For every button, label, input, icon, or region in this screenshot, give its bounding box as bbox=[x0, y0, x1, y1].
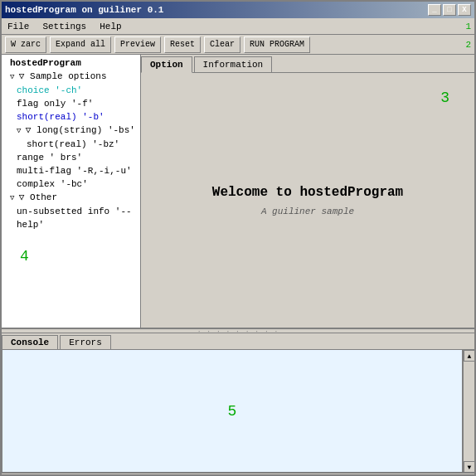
tab-option[interactable]: Option bbox=[141, 56, 192, 73]
clear-button[interactable]: Clear bbox=[204, 36, 240, 53]
tree-item-un-subsetted[interactable]: un-subsetted info '--help' bbox=[3, 205, 138, 231]
minimize-button[interactable]: _ bbox=[428, 4, 441, 16]
welcome-title: Welcome to hostedProgram bbox=[212, 185, 403, 200]
console-number: 5 bbox=[228, 403, 237, 420]
tree-item-multi-flag[interactable]: multi-flag '-R,-i,-u' bbox=[3, 164, 138, 177]
title-bar: hostedProgram on guiliner 0.1 _ □ X bbox=[2, 2, 474, 18]
tab-information[interactable]: Information bbox=[194, 56, 273, 72]
tree-item-range[interactable]: range ' brs' bbox=[3, 151, 138, 164]
scroll-down-button[interactable]: ▼ bbox=[464, 461, 475, 473]
tabs: Option Information bbox=[141, 55, 474, 73]
console-scrollbar: ▲ ▼ bbox=[463, 350, 474, 473]
console-tabs: Console Errors bbox=[2, 333, 474, 350]
menu-settings[interactable]: Settings bbox=[40, 21, 89, 32]
preview-button[interactable]: Preview bbox=[114, 36, 161, 53]
console-content: 5 bbox=[2, 350, 463, 473]
title-bar-buttons: _ □ X bbox=[428, 4, 471, 16]
tree-item-short-real-bz[interactable]: short(real) '-bz' bbox=[3, 138, 138, 151]
tree-item-flag-only[interactable]: flag only '-f' bbox=[3, 97, 138, 110]
main-area: hostedProgram ▽ Sample options choice '-… bbox=[2, 55, 474, 328]
toolbar: W zarc Expand all Preview Reset Clear RU… bbox=[2, 35, 474, 55]
menu-number: 1 bbox=[465, 22, 471, 32]
tree-item-long-string[interactable]: ▽ long(string) '-bs' bbox=[3, 124, 138, 138]
reset-button[interactable]: Reset bbox=[164, 36, 201, 53]
tree-item-choice[interactable]: choice '-ch' bbox=[3, 84, 138, 97]
tree-number: 4 bbox=[3, 248, 138, 265]
tree-item-complex[interactable]: complex '-bc' bbox=[3, 177, 138, 191]
content-area: 3 Welcome to hostedProgram A guiliner sa… bbox=[141, 73, 474, 328]
right-panel: Option Information 3 Welcome to hostedPr… bbox=[141, 55, 474, 328]
tree-item-other[interactable]: ▽ Other bbox=[3, 191, 138, 205]
scroll-up-button[interactable]: ▲ bbox=[464, 350, 475, 362]
welcome-subtitle: A guiliner sample bbox=[261, 206, 354, 216]
tree-root[interactable]: hostedProgram bbox=[3, 56, 138, 70]
maximize-button[interactable]: □ bbox=[443, 4, 456, 16]
run-program-button[interactable]: RUN PROGRAM bbox=[244, 36, 310, 53]
scroll-track bbox=[464, 362, 474, 461]
tree-item-short-real-b[interactable]: short(real) '-b' bbox=[3, 110, 138, 124]
console-area: Console Errors 5 ▲ ▼ bbox=[2, 333, 474, 473]
tree-panel: hostedProgram ▽ Sample options choice '-… bbox=[2, 55, 141, 328]
wzarc-button[interactable]: W zarc bbox=[5, 36, 46, 53]
title-bar-text: hostedProgram on guiliner 0.1 bbox=[5, 5, 163, 15]
menu-bar: File Settings Help 1 bbox=[2, 18, 474, 35]
toolbar-number: 2 bbox=[465, 40, 471, 50]
expand-all-button[interactable]: Expand all bbox=[50, 36, 111, 53]
menu-help[interactable]: Help bbox=[97, 21, 124, 32]
console-tab-console[interactable]: Console bbox=[2, 335, 58, 349]
menu-file[interactable]: File bbox=[5, 21, 32, 32]
content-number: 3 bbox=[440, 90, 449, 106]
close-button[interactable]: X bbox=[458, 4, 471, 16]
tree-item-sample-options[interactable]: ▽ Sample options bbox=[3, 70, 138, 84]
console-tab-errors[interactable]: Errors bbox=[60, 335, 111, 349]
status-bar: Status: Editing options 6 bbox=[2, 473, 474, 476]
